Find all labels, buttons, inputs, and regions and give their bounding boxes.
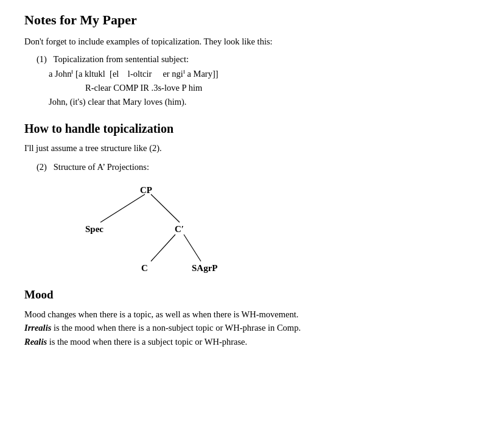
mood-text-2: Irrealis is the mood when there is a non… (24, 321, 480, 334)
tree-node-CP: CP (140, 185, 152, 195)
gloss-line-1: a Johnᴵ [a kltukl [el l-oltcir er ngiᴵ a… (49, 67, 480, 81)
tree-node-Cprime: C′ (175, 224, 184, 234)
section2-heading-bold: handle (65, 122, 100, 135)
mood-text-3-body: is the mood when there is a subject topi… (47, 337, 247, 347)
mood-text-1: Mood changes when there is a topic, as w… (24, 308, 480, 321)
svg-line-3 (184, 234, 201, 261)
tree-diagram: CP Spec C′ C SAgrP (67, 178, 225, 276)
example-2-desc: Structure of A’ Projections: (54, 162, 149, 172)
svg-line-1 (151, 194, 180, 222)
example-2-block: (2) Structure of A’ Projections: CP Spec… (37, 162, 480, 276)
gloss-line-3: John, (it's) clear that Mary loves (him)… (49, 95, 480, 109)
svg-line-2 (151, 234, 175, 261)
tree-svg: CP Spec C′ C SAgrP (67, 178, 237, 279)
example-1-desc: Topicalization from sentential subject: (54, 54, 189, 64)
example-1-label: (1) Topicalization from sentential subje… (37, 54, 480, 65)
example-1-number: (1) (37, 54, 47, 64)
mood-text-3: Realis is the mood when there is a subje… (24, 335, 480, 348)
irrealis-term: Irrealis (24, 323, 51, 333)
section2-intro: I'll just assume a tree structure like (… (24, 143, 480, 153)
section3-heading: Mood (24, 288, 480, 301)
example-1-block: (1) Topicalization from sentential subje… (37, 54, 480, 110)
example-1-content: a Johnᴵ [a kltukl [el l-oltcir er ngiᴵ a… (49, 67, 480, 110)
tree-node-C: C (141, 263, 148, 273)
gloss-line-2: R-clear COMP IR .3s-love P him (85, 81, 480, 95)
example-2-label: (2) Structure of A’ Projections: (37, 162, 480, 172)
page-title: Notes for My Paper (24, 12, 480, 28)
tree-node-Spec: Spec (85, 224, 103, 234)
intro-text: Don't forget to include examples of topi… (24, 37, 480, 47)
mood-text-2-body: is the mood when there is a non-subject … (51, 323, 301, 333)
tree-node-SAgrP: SAgrP (192, 263, 218, 273)
example-2-number: (2) (37, 162, 47, 172)
section2-heading: How to handle topicalization (24, 122, 480, 136)
realis-term: Realis (24, 337, 47, 347)
svg-line-0 (100, 194, 145, 222)
